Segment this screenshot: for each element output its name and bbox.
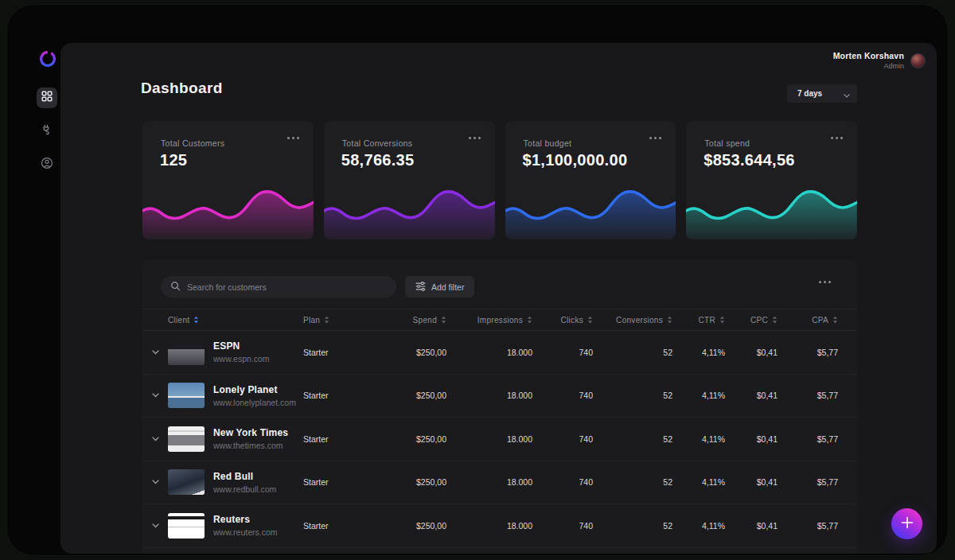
stat-card-total-spend: Total spend $853.644,56 bbox=[686, 121, 857, 239]
table-header-row: Client Plan Spend Impressions Clicks bbox=[142, 309, 857, 331]
column-header-cpc[interactable]: CPC bbox=[725, 316, 778, 325]
sparkline-chart bbox=[142, 181, 314, 239]
sidebar-item-dashboard[interactable] bbox=[37, 88, 57, 108]
site-thumbnail bbox=[168, 383, 205, 408]
sidebar-item-account[interactable] bbox=[37, 154, 57, 175]
client-url: www.espn.com bbox=[213, 354, 270, 364]
add-filter-button[interactable]: Add filter bbox=[405, 276, 474, 298]
cell-conversions: 52 bbox=[593, 391, 672, 400]
stat-value: $853.644,56 bbox=[704, 151, 795, 169]
stat-label: Total budget bbox=[524, 138, 572, 148]
cell-plan: Starter bbox=[303, 348, 373, 357]
cell-impressions: 18.000 bbox=[446, 477, 532, 487]
stat-cards: Total Customers 125 Total Conversions 58… bbox=[142, 121, 857, 239]
site-thumbnail bbox=[168, 340, 205, 365]
chevron-down-icon bbox=[844, 87, 850, 101]
stat-card-total-customers: Total Customers 125 bbox=[142, 121, 314, 239]
stat-value: 58,766.35 bbox=[341, 151, 415, 169]
sidebar bbox=[33, 43, 61, 536]
plug-icon bbox=[41, 123, 53, 139]
avatar[interactable] bbox=[910, 53, 926, 68]
stat-card-total-conversions: Total Conversions 58,766.35 bbox=[324, 121, 495, 239]
cell-ctr: 4,11% bbox=[672, 434, 725, 444]
date-range-value: 7 days bbox=[797, 89, 844, 98]
sparkline-chart bbox=[505, 181, 676, 239]
stat-value: 125 bbox=[160, 151, 187, 169]
cell-ctr: 4,11% bbox=[672, 348, 725, 357]
search-input[interactable] bbox=[187, 282, 387, 292]
cell-impressions: 18.000 bbox=[446, 521, 532, 531]
app-window: Morten Korshavn Admin Dashboard 7 days T… bbox=[60, 43, 937, 554]
client-url: www.redbull.com bbox=[213, 484, 276, 494]
cell-conversions: 52 bbox=[593, 521, 672, 531]
cell-spend: $250,00 bbox=[373, 477, 446, 487]
add-button[interactable] bbox=[891, 508, 922, 539]
device-frame: Morten Korshavn Admin Dashboard 7 days T… bbox=[6, 4, 949, 556]
cell-ctr: 4,11% bbox=[672, 391, 725, 400]
cell-clicks: 740 bbox=[532, 477, 593, 487]
cell-plan: Starter bbox=[303, 391, 373, 400]
cell-conversions: 52 bbox=[593, 434, 672, 444]
sort-icon bbox=[832, 316, 838, 324]
cell-ctr: 4,11% bbox=[672, 521, 725, 531]
table-row: Red Bull www.redbull.com Starter $250,00… bbox=[142, 461, 857, 505]
dashboard-grid-icon bbox=[41, 91, 53, 105]
client-name: Reuters bbox=[213, 514, 278, 525]
sidebar-item-integrations[interactable] bbox=[37, 121, 57, 142]
cell-plan: Starter bbox=[303, 477, 373, 487]
cell-ctr: 4,11% bbox=[672, 477, 725, 487]
cell-conversions: 52 bbox=[593, 477, 672, 487]
expand-row-button[interactable] bbox=[152, 393, 168, 398]
more-options-icon[interactable] bbox=[469, 137, 481, 139]
client-url: www.reuters.com bbox=[213, 527, 278, 537]
cell-spend: $250,00 bbox=[373, 434, 446, 444]
column-header-client[interactable]: Client bbox=[168, 316, 303, 325]
page-title: Dashboard bbox=[141, 80, 223, 97]
column-header-cpa[interactable]: CPA bbox=[778, 316, 838, 325]
cell-cpa: $5,77 bbox=[778, 477, 838, 487]
cell-spend: $250,00 bbox=[373, 391, 446, 400]
column-header-ctr[interactable]: CTR bbox=[672, 316, 725, 325]
more-options-icon[interactable] bbox=[287, 137, 299, 139]
customers-table-panel: Add filter Client Plan Spend bbox=[142, 259, 857, 554]
table-row: New York Times www.thetimes.com Starter … bbox=[142, 418, 857, 461]
user-name: Morten Korshavn bbox=[833, 51, 904, 60]
column-header-clicks[interactable]: Clicks bbox=[532, 316, 593, 325]
sort-icon bbox=[527, 316, 532, 324]
search-icon bbox=[170, 280, 181, 294]
date-range-select[interactable]: 7 days bbox=[787, 84, 857, 103]
expand-row-button[interactable] bbox=[152, 523, 168, 528]
add-filter-label: Add filter bbox=[431, 282, 464, 292]
sort-icon bbox=[772, 316, 778, 324]
cell-plan: Starter bbox=[303, 521, 373, 531]
client-name: New York Times bbox=[213, 427, 288, 438]
more-options-icon[interactable] bbox=[649, 137, 661, 139]
cell-cpc: $0,41 bbox=[725, 348, 778, 357]
user-circle-icon bbox=[41, 157, 53, 173]
expand-row-button[interactable] bbox=[152, 437, 168, 441]
cell-cpa: $5,77 bbox=[778, 434, 838, 444]
stat-label: Total Customers bbox=[161, 138, 224, 148]
table-row: ESPN www.espn.com Starter $250,00 18.000… bbox=[142, 331, 857, 375]
stat-label: Total Conversions bbox=[342, 138, 413, 148]
client-url: www.thetimes.com bbox=[213, 441, 288, 450]
more-options-icon[interactable] bbox=[819, 281, 831, 283]
expand-row-button[interactable] bbox=[152, 480, 168, 484]
expand-row-button[interactable] bbox=[152, 350, 168, 355]
client-name: Red Bull bbox=[213, 471, 276, 482]
column-header-spend[interactable]: Spend bbox=[373, 316, 446, 325]
user-menu[interactable]: Morten Korshavn Admin bbox=[833, 51, 926, 70]
column-header-plan[interactable]: Plan bbox=[303, 316, 373, 325]
cell-cpa: $5,77 bbox=[778, 521, 838, 531]
client-name: Lonely Planet bbox=[213, 384, 296, 395]
sort-icon bbox=[324, 316, 329, 324]
column-header-impressions[interactable]: Impressions bbox=[446, 316, 532, 325]
column-header-conversions[interactable]: Conversions bbox=[593, 316, 672, 325]
client-url: www.lonelyplanet.com bbox=[213, 398, 296, 407]
cell-clicks: 740 bbox=[532, 521, 593, 531]
plus-icon bbox=[901, 516, 914, 531]
cell-spend: $250,00 bbox=[373, 521, 446, 531]
more-options-icon[interactable] bbox=[831, 137, 843, 139]
sort-icon bbox=[719, 316, 725, 324]
sort-icon bbox=[193, 316, 199, 324]
